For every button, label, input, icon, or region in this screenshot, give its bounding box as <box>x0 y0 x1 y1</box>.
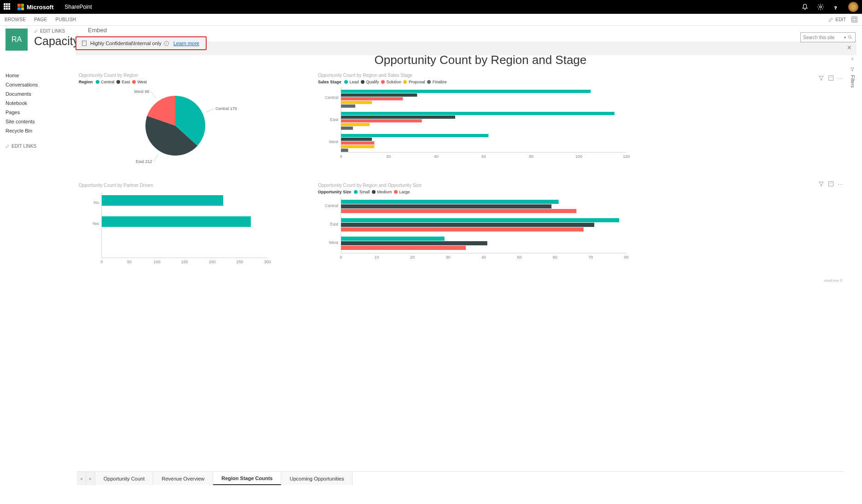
brand-logo: Microsoft <box>17 4 54 11</box>
svg-rect-67 <box>341 200 559 204</box>
chart-pie-region[interactable]: Opportunity Count by Region RegionCentra… <box>77 71 307 179</box>
brand-text: Microsoft <box>27 4 54 11</box>
filter-pane-icon <box>850 67 855 72</box>
info-icon[interactable]: i <box>164 41 169 46</box>
svg-text:West: West <box>329 139 339 144</box>
chart-bars-size[interactable]: Opportunity Count by Region and Opportun… <box>316 181 844 278</box>
svg-text:300: 300 <box>264 260 271 264</box>
svg-line-11 <box>154 155 158 162</box>
svg-rect-54 <box>102 216 251 227</box>
svg-text:150: 150 <box>181 260 188 264</box>
svg-text:100: 100 <box>153 260 160 264</box>
svg-rect-69 <box>341 209 577 213</box>
svg-rect-75 <box>341 237 445 241</box>
ribbon-tab-publish[interactable]: PUBLISH <box>56 17 76 22</box>
chart-bars-stage[interactable]: Opportunity Count by Region and Sales St… <box>316 71 844 179</box>
tab-next-button[interactable]: ▸ <box>86 472 95 485</box>
focus-mode-icon[interactable] <box>851 17 857 23</box>
svg-rect-27 <box>341 97 403 100</box>
edit-links-side[interactable]: EDIT LINKS <box>6 144 71 149</box>
svg-rect-34 <box>341 123 370 126</box>
svg-text:0: 0 <box>340 154 342 159</box>
app-name[interactable]: SharePoint <box>65 4 92 10</box>
svg-rect-35 <box>341 127 353 130</box>
tab-opportunity-count[interactable]: Opportunity Count <box>95 472 153 485</box>
nav-documents[interactable]: Documents <box>6 89 71 98</box>
svg-rect-76 <box>341 241 487 245</box>
svg-text:Central 179: Central 179 <box>215 106 237 111</box>
pie-svg: Central 179East 212West 96 <box>79 84 272 167</box>
tab-region-stage-counts[interactable]: Region Stage Counts <box>213 472 281 485</box>
svg-text:60: 60 <box>481 154 486 159</box>
svg-text:200: 200 <box>208 260 215 264</box>
svg-text:0: 0 <box>340 255 342 260</box>
left-nav: RA EDIT LINKS Capacity Report Home Conve… <box>0 26 71 504</box>
svg-rect-32 <box>341 116 455 119</box>
svg-text:0: 0 <box>100 260 103 264</box>
svg-text:East: East <box>330 222 339 226</box>
ribbon-tab-page[interactable]: PAGE <box>34 17 47 22</box>
sensitivity-banner: Highly Confidential\Internal only i Lear… <box>75 36 207 50</box>
svg-text:No: No <box>93 200 99 205</box>
tab-revenue-overview[interactable]: Revenue Overview <box>153 472 213 485</box>
svg-text:50: 50 <box>517 255 521 260</box>
ribbon-tab-browse[interactable]: BROWSE <box>5 17 26 22</box>
close-banner-button[interactable]: ✕ <box>847 44 852 51</box>
svg-text:10: 10 <box>374 255 379 260</box>
nav-pages[interactable]: Pages <box>6 108 71 117</box>
gear-icon[interactable] <box>817 3 824 11</box>
svg-text:60: 60 <box>553 255 557 260</box>
embed-label: Embed <box>88 27 856 34</box>
learn-more-link[interactable]: Learn more <box>174 41 199 46</box>
svg-rect-26 <box>341 93 417 97</box>
svg-text:Yes: Yes <box>92 221 99 226</box>
svg-text:East 212: East 212 <box>136 159 152 164</box>
svg-text:40: 40 <box>434 154 439 159</box>
svg-text:100: 100 <box>575 154 582 159</box>
svg-rect-72 <box>341 223 594 227</box>
nav-conversations[interactable]: Conversations <box>6 80 71 89</box>
svg-text:40: 40 <box>481 255 486 260</box>
svg-rect-39 <box>341 141 374 145</box>
nav-site-contents[interactable]: Site contents <box>6 117 71 126</box>
app-launcher-icon[interactable] <box>4 3 11 11</box>
chart-bars-partner[interactable]: Opportunity Count by Partner Driven 0501… <box>77 181 307 278</box>
svg-text:Central: Central <box>325 203 338 208</box>
svg-rect-68 <box>341 204 551 209</box>
svg-line-13 <box>151 92 156 98</box>
svg-rect-33 <box>341 119 422 122</box>
suite-bar: Microsoft SharePoint ? <box>0 0 862 14</box>
watermark: obviEnce © <box>77 278 843 283</box>
svg-rect-40 <box>341 145 374 148</box>
notifications-icon[interactable] <box>801 3 809 11</box>
svg-text:120: 120 <box>623 154 630 159</box>
svg-line-9 <box>206 109 214 112</box>
legend-pie: RegionCentralEastWest <box>79 80 305 84</box>
svg-rect-29 <box>341 104 355 108</box>
help-icon[interactable]: ? <box>833 3 840 11</box>
svg-rect-52 <box>102 195 223 206</box>
ribbon: BROWSE PAGE PUBLISH EDIT <box>0 14 862 26</box>
svg-rect-25 <box>341 90 591 93</box>
nav-home[interactable]: Home <box>6 71 71 80</box>
sensitivity-label: Highly Confidential\Internal only <box>90 41 162 46</box>
chevron-left-icon <box>851 55 854 62</box>
partner-svg: 050100150200250300NoYes <box>79 190 272 268</box>
nav-notebook[interactable]: Notebook <box>6 98 71 108</box>
legend-stage: Sales StageLeadQualifySolutionProposalFi… <box>318 80 842 84</box>
svg-rect-2 <box>852 17 857 22</box>
tab-prev-button[interactable]: ◂ <box>77 472 86 485</box>
size-svg: 01020304050607080CentralEastWest <box>318 194 631 263</box>
filters-pane-toggle[interactable]: Filters <box>848 53 856 487</box>
site-logo[interactable]: RA <box>6 29 28 51</box>
svg-rect-37 <box>341 134 488 137</box>
tab-upcoming-opportunities[interactable]: Upcoming Opportunities <box>281 472 353 485</box>
svg-text:20: 20 <box>386 154 391 159</box>
svg-point-0 <box>820 6 822 8</box>
edit-page-button[interactable]: EDIT <box>828 17 846 22</box>
nav-recycle-bin[interactable]: Recycle Bin <box>6 126 71 135</box>
svg-rect-3 <box>853 18 856 21</box>
svg-rect-41 <box>341 149 348 152</box>
svg-text:30: 30 <box>445 255 450 260</box>
avatar[interactable] <box>848 2 858 12</box>
